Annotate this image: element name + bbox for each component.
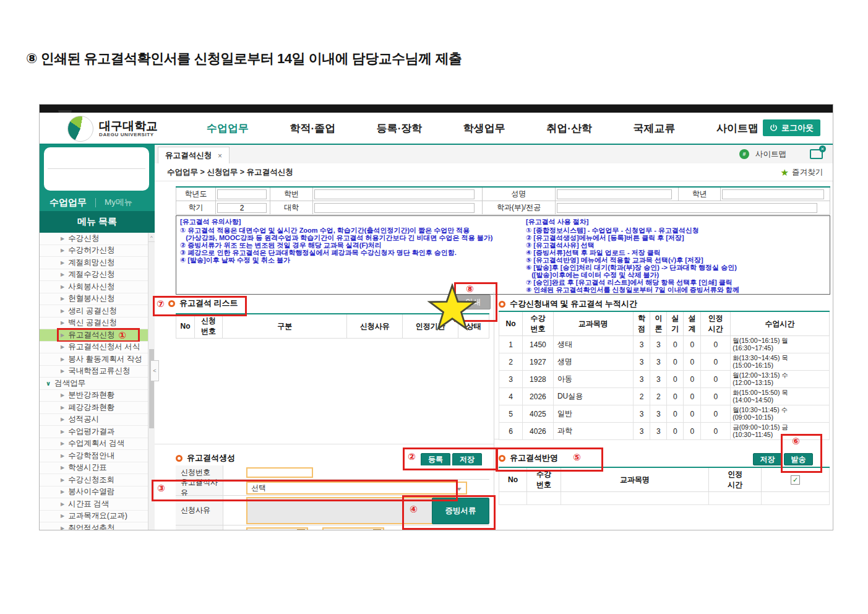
cell-design: 0 — [684, 371, 701, 388]
sidebar-item[interactable]: ▶유고결석신청서 서식 — [40, 342, 155, 354]
period-start-input[interactable] — [246, 527, 308, 530]
apply-save-button[interactable]: 저장 — [753, 453, 782, 465]
calendar-icon[interactable] — [373, 529, 381, 530]
sidebar-item[interactable]: ▶수강신청조회 — [40, 474, 155, 486]
period-label: 인정기간 — [176, 525, 223, 530]
sidebar-item-label: 국내학점교류신청 — [68, 366, 130, 376]
nav-item[interactable]: 등록·장학 — [377, 121, 423, 136]
sidebar-item[interactable]: ▶수업계획서 검색 — [40, 438, 155, 451]
sidebar-item[interactable]: ▶생리 공결신청 — [40, 305, 155, 318]
favorite-control[interactable]: 즐겨찾기 — [781, 163, 823, 181]
nav-item[interactable]: 취업·산학 — [546, 121, 592, 136]
sidebar-item[interactable]: ▶봉사이수열람 — [40, 486, 155, 499]
screenshot-stage: ⑧ 인쇄된 유고결석확인서를 신청일로부터 14일 이내에 담당교수님께 제출 … — [0, 0, 868, 614]
send-button[interactable]: 발송 — [784, 453, 813, 465]
sidebar-item[interactable]: ▶시간표 검색 — [40, 498, 155, 511]
sidebar-item[interactable]: ▶교과목개요(교과) — [40, 511, 155, 523]
nav-item[interactable]: 학적·졸업 — [290, 121, 335, 136]
notice-line: ① [종합정보시스템] - 수업업무 - 신청업무 - 유고결석신청 — [526, 227, 739, 234]
college-input[interactable] — [314, 203, 475, 213]
sidebar-item[interactable]: ▶수강허가신청 — [40, 245, 155, 257]
sidebar-item[interactable]: ▶사회봉사신청 — [40, 281, 155, 293]
cell-name: 생태 — [553, 336, 633, 353]
evidence-button[interactable]: 증빙서류 — [432, 498, 489, 524]
cell-code: 1450 — [522, 336, 553, 353]
sidebar-item[interactable]: ▶유고결석신청① — [40, 329, 155, 342]
apply-no-input[interactable] — [246, 467, 313, 478]
scroll-up-icon[interactable]: ^ — [148, 233, 155, 242]
reason-textarea[interactable] — [246, 497, 455, 524]
sidebar-item[interactable]: ▶수업평가결과 — [40, 426, 155, 438]
period-end-input[interactable] — [322, 527, 384, 530]
apply-title-text: 유고결석반영 — [510, 452, 558, 464]
menu-list-header: 메뉴 목록 — [40, 211, 155, 233]
arrow-right-icon: ▶ — [61, 344, 64, 350]
sidebar-item[interactable]: ▶학생시간표 — [40, 462, 155, 475]
sidebar-item[interactable]: ▶헌혈봉사신청 — [40, 293, 155, 306]
register-button[interactable]: 등록 — [421, 453, 450, 466]
logout-button[interactable]: 로그아웃 — [763, 119, 820, 136]
enrollment-row: 42026DU실용22000화(15:00~15:50) 목(14:00~14:… — [499, 388, 830, 405]
create-save-button[interactable]: 저장 — [452, 453, 482, 466]
notice-line: ③ [유고결석사유] 선택 — [526, 241, 739, 249]
year-input[interactable] — [217, 189, 267, 199]
portal-window: 대구대학교 DAEGU UNIVERSITY 수업업무학적·졸업등록·장학학생업… — [39, 104, 833, 530]
cell-code: 1927 — [522, 353, 553, 371]
sidebar-tab-mymenu[interactable]: My메뉴 — [105, 197, 132, 208]
page-title: ⑧ 인쇄된 유고결석확인서를 신청일로부터 14일 이내에 담당교수님께 제출 — [26, 50, 462, 68]
tab-current-page[interactable]: 유고결석신청 × — [158, 147, 230, 164]
sidebar-item[interactable]: ▶성적공시 — [40, 414, 155, 426]
calendar-icon[interactable] — [297, 529, 305, 530]
sidebar-scrollbar[interactable]: ^ — [148, 233, 155, 530]
select-all-checkbox[interactable] — [791, 475, 800, 485]
sidebar-item[interactable]: ▶수강신청 — [40, 233, 155, 245]
nav-item[interactable]: 학생업무 — [463, 121, 505, 136]
sidebar-item[interactable]: ▶계절수강신청 — [40, 269, 155, 282]
sitemap-label[interactable]: 사이트맵 — [755, 149, 786, 160]
name-input[interactable] — [557, 189, 672, 199]
sidebar-item[interactable]: ▶백신 공결신청 — [40, 318, 155, 330]
cell-design: 0 — [684, 336, 701, 353]
cell-design: 0 — [684, 405, 701, 423]
sidebar-item[interactable]: ▶봉사 활동계획서 작성 — [40, 353, 155, 366]
period-tilde: ~ — [313, 527, 317, 530]
sidebar-tab-divider — [95, 198, 96, 207]
nav-item[interactable]: 수업업무 — [207, 121, 249, 136]
sidebar-item[interactable]: ▶분반강좌현황 — [40, 390, 155, 402]
apply-no-row: 신청번호 — [176, 465, 489, 480]
reason-type-select[interactable]: 선택 — [246, 482, 467, 495]
col-no: No — [176, 314, 195, 339]
window-top-bar — [40, 105, 833, 113]
sidebar-tab-work[interactable]: 수업업무 — [49, 197, 87, 209]
cell-lab: 0 — [667, 371, 684, 388]
absence-list-section-title: 유고결석 리스트 — [168, 298, 238, 309]
panel-vertical-divider — [494, 292, 494, 530]
semester-label: 학기 — [176, 201, 216, 215]
semester-input[interactable] — [217, 203, 267, 213]
sidebar: 수업업무 My메뉴 메뉴 목록 ▶수강신청▶수강허가신청▶계절희망신청▶계절수강… — [40, 145, 155, 530]
sidebar-collapse-handle[interactable]: < — [150, 360, 159, 381]
sidebar-item[interactable]: ∨검색업무 — [40, 378, 155, 390]
sidebar-item[interactable]: ▶계절희망신청 — [40, 257, 155, 269]
nav-item[interactable]: 사이트맵 — [716, 121, 758, 136]
sidebar-menu-list: ▶수강신청▶수강허가신청▶계절희망신청▶계절수강신청▶사회봉사신청▶헌혈봉사신청… — [40, 233, 155, 530]
nav-item[interactable]: 국제교류 — [633, 121, 675, 136]
grade-input[interactable] — [722, 189, 824, 199]
empty-cell — [526, 492, 561, 505]
sidebar-item[interactable]: ▶국내학점교류신청 — [40, 366, 155, 378]
cell-recognized: 0 — [701, 353, 731, 371]
sidebar-item[interactable]: ▶취업적성추천 — [40, 522, 155, 530]
student-no-input[interactable] — [314, 189, 475, 199]
arrow-right-icon: ▶ — [61, 357, 64, 362]
major-input[interactable] — [557, 203, 818, 213]
tab-close-icon[interactable]: × — [218, 152, 222, 160]
cell-lab: 0 — [667, 336, 684, 353]
document-tab-bar: 유고결석신청 × 사이트맵 — [155, 145, 833, 164]
sidebar-item[interactable]: ▶수강학점안내 — [40, 450, 155, 462]
apply-table: No 수강 번호 교과목명 인정 시간 — [499, 467, 830, 505]
sidebar-item[interactable]: ▶폐강강좌현황 — [40, 402, 155, 414]
create-title-text: 유고결석생성 — [187, 452, 235, 464]
sitemap-icon[interactable] — [739, 149, 749, 159]
notice-left-title: [유고결석 유의사항] — [180, 218, 492, 225]
close-all-windows-icon[interactable] — [810, 149, 823, 159]
